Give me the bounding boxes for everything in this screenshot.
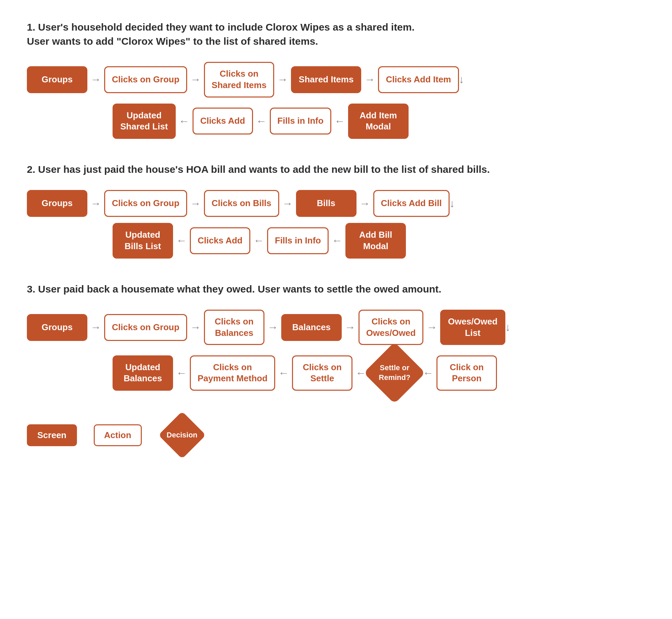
arrow-left [329,234,345,247]
down-arrow-wrap [450,197,455,210]
node-screen: Updated Bills List [113,223,173,259]
flow-row1-3: GroupsClicks on GroupClicks on BalancesB… [27,310,645,345]
node-decision: Settle or Remind? [369,351,420,395]
legend-item-decision: Decision [159,418,206,452]
arrow-right [274,73,291,86]
legend-item-screen: Screen [27,424,77,446]
arrow-down [450,197,455,210]
node-action: Clicks Add [190,227,250,254]
arrow-right [187,197,204,210]
arrow-right [423,321,440,334]
node-action: Clicks on Bills [204,190,279,217]
flow-row2-1: Updated Shared ListClicks AddFills in In… [27,104,645,139]
node-action: Clicks Add Item [378,66,459,93]
node-screen: Groups [27,314,87,341]
arrow-right [87,197,104,210]
arrow-right [279,197,296,210]
arrow-left [331,115,348,127]
scenario-1: 1. User's household decided they want to… [27,20,645,139]
node-screen: Add Bill Modal [345,223,406,259]
node-action: Clicks on Balances [204,310,264,345]
arrow-left [250,234,267,247]
node-action: Clicks on Shared Items [204,62,274,98]
node-action: Click on Person [436,355,497,391]
arrow-left [253,115,270,127]
legend-decision-shape: Decision [158,412,206,459]
node-action: Clicks on Settle [292,355,352,391]
legend-node-action: Action [94,424,142,446]
node-screen: Bills [296,190,356,217]
decision-diamond: Settle or Remind? [364,342,425,404]
arrow-right [187,321,204,334]
arrow-right [264,321,281,334]
scenario-3: 3. User paid back a housemate what they … [27,282,645,395]
scenario-title-3: 3. User paid back a housemate what they … [27,282,645,296]
node-action: Clicks on Group [104,314,187,341]
legend: ScreenActionDecision [27,418,645,452]
arrow-right [87,321,104,334]
flow-row2-3: Updated BalancesClicks on Payment Method… [27,351,645,395]
arrow-left [275,367,292,379]
arrow-left [173,234,190,247]
node-action: Clicks Add Bill [373,190,450,217]
arrow-right [87,73,104,86]
arrow-right [187,73,204,86]
decision-label: Settle or Remind? [379,363,410,383]
legend-item-action: Action [94,424,142,446]
scenario-title-2: 2. User has just paid the house's HOA bi… [27,162,645,177]
arrow-left [176,115,193,127]
node-action: Clicks Add [193,108,253,134]
arrow-left [173,367,190,379]
node-action: Clicks on Owes/Owed [359,310,423,345]
down-arrow-wrap [459,73,464,86]
node-screen: Owes/Owed List [440,310,505,345]
flow-wrap-3: GroupsClicks on GroupClicks on BalancesB… [27,310,645,395]
node-screen: Add Item Modal [348,104,409,139]
node-screen: Updated Balances [113,355,173,391]
legend-decision-label: Decision [167,430,198,440]
down-arrow-wrap [505,321,511,334]
legend-node-screen: Screen [27,424,77,446]
node-screen: Updated Shared List [113,104,176,139]
arrow-right [361,73,378,86]
node-action: Fills in Info [270,108,331,134]
node-screen: Groups [27,190,87,217]
scenario-title-1: 1. User's household decided they want to… [27,20,645,48]
scenario-2: 2. User has just paid the house's HOA bi… [27,162,645,259]
flow-wrap-2: GroupsClicks on GroupClicks on BillsBill… [27,190,645,259]
node-screen: Groups [27,66,87,93]
node-action: Clicks on Group [104,190,187,217]
node-action: Fills in Info [267,227,329,254]
flow-wrap-1: GroupsClicks on GroupClicks on Shared It… [27,62,645,139]
legend-decision: Decision [159,418,206,452]
flow-row1-1: GroupsClicks on GroupClicks on Shared It… [27,62,645,98]
arrow-right [342,321,359,334]
node-screen: Balances [281,314,342,341]
flow-row2-2: Updated Bills ListClicks AddFills in Inf… [27,223,645,259]
arrow-down [505,321,511,334]
flow-row1-2: GroupsClicks on GroupClicks on BillsBill… [27,190,645,217]
node-action: Clicks on Payment Method [190,355,275,391]
app-container: 1. User's household decided they want to… [27,20,645,452]
node-action: Clicks on Group [104,66,187,93]
arrow-right [356,197,373,210]
node-screen: Shared Items [291,66,361,93]
arrow-down [459,73,464,86]
